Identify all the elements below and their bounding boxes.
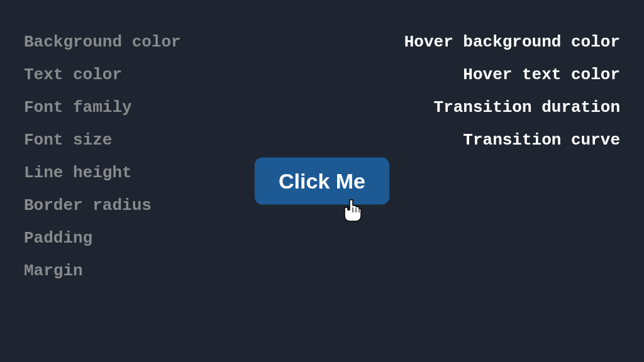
- property-label: Transition curve: [404, 131, 620, 150]
- property-label: Padding: [24, 229, 181, 248]
- button-label: Click Me: [279, 169, 365, 193]
- property-label: Background color: [24, 33, 181, 52]
- property-label: Line height: [24, 163, 181, 182]
- right-properties-list: Hover background color Hover text color …: [404, 33, 620, 150]
- property-label: Transition duration: [404, 98, 620, 117]
- click-me-button[interactable]: Click Me: [255, 158, 389, 205]
- property-label: Text color: [24, 65, 181, 84]
- property-label: Margin: [24, 261, 181, 280]
- property-label: Font family: [24, 98, 181, 117]
- property-label: Font size: [24, 131, 181, 150]
- property-label: Hover background color: [404, 33, 620, 52]
- left-properties-list: Background color Text color Font family …: [24, 33, 181, 280]
- property-label: Border radius: [24, 196, 181, 215]
- property-label: Hover text color: [404, 65, 620, 84]
